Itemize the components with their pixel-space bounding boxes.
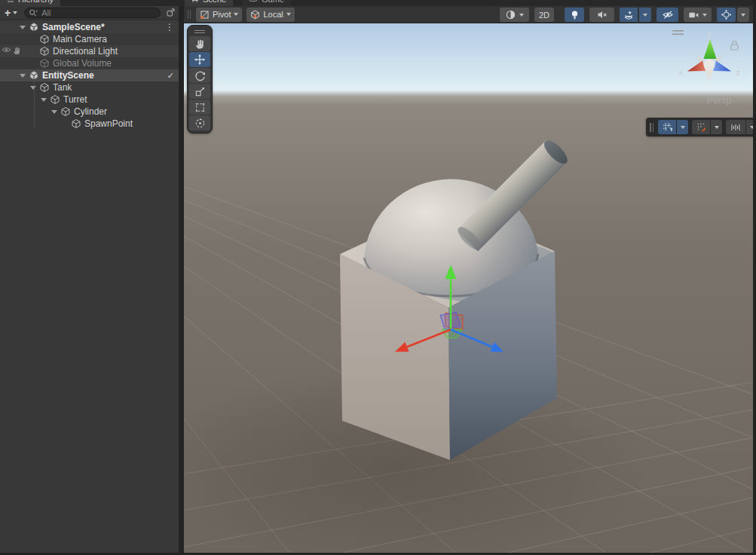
gizmo-center-cube[interactable] bbox=[704, 60, 715, 71]
toolbar-drag-handle[interactable] bbox=[188, 10, 191, 19]
axis-y-cone[interactable] bbox=[704, 39, 717, 59]
persp-arrow-icon: < bbox=[699, 96, 704, 105]
search-popout-button[interactable] bbox=[164, 7, 176, 18]
hierarchy-row-samplescene[interactable]: SampleScene* ⋮ bbox=[0, 21, 179, 33]
view-hand-tool[interactable] bbox=[189, 36, 210, 51]
scene-render bbox=[184, 23, 753, 553]
grid-toolbar-handle[interactable] bbox=[650, 123, 653, 132]
hand-icon bbox=[194, 38, 206, 50]
tab-strip: Hierarchy Scene Game bbox=[0, 0, 756, 6]
game-tab-icon bbox=[249, 0, 258, 2]
scene-options-menu[interactable]: ⋮ bbox=[165, 21, 174, 33]
chevron-down-icon bbox=[741, 14, 745, 17]
chevron-down-icon bbox=[681, 126, 685, 129]
tab-game[interactable]: Game bbox=[242, 0, 291, 6]
hierarchy-row-cylinder[interactable]: Cylinder bbox=[0, 106, 179, 118]
popout-icon bbox=[166, 8, 176, 17]
pivot-label: Pivot bbox=[213, 10, 231, 19]
plus-icon: + bbox=[5, 8, 11, 18]
hierarchy-row-entityscene[interactable]: EntityScene ✓ bbox=[0, 69, 179, 81]
hierarchy-row-spawnpoint[interactable]: SpawnPoint bbox=[0, 118, 179, 130]
chevron-down-icon bbox=[286, 13, 291, 16]
eye-slash-icon bbox=[662, 9, 674, 20]
gizmos-toggle-button[interactable] bbox=[717, 8, 736, 22]
hierarchy-row-global-volume[interactable]: Global Volume bbox=[0, 57, 179, 69]
pivot-icon bbox=[200, 10, 210, 20]
scene-toolbar: Pivot Local bbox=[184, 6, 753, 23]
grid-snap-dropdown[interactable] bbox=[711, 120, 722, 134]
gameobject-cube-icon bbox=[71, 118, 81, 129]
create-object-button[interactable]: + bbox=[2, 8, 20, 18]
grid-visibility-dropdown[interactable] bbox=[677, 120, 688, 134]
axis-x-label: x bbox=[678, 68, 683, 77]
indent-guide-line bbox=[34, 81, 35, 128]
hierarchy-row-turret[interactable]: Turret bbox=[0, 94, 179, 106]
chevron-down-icon bbox=[519, 14, 524, 17]
tab-hierarchy[interactable]: Hierarchy bbox=[0, 0, 60, 6]
tab-scene-label: Scene bbox=[203, 0, 226, 4]
grid-y-icon: Y bbox=[663, 122, 672, 132]
rotate-tool[interactable] bbox=[189, 68, 210, 83]
shading-mode-button[interactable] bbox=[500, 8, 529, 22]
lock-icon[interactable] bbox=[731, 41, 738, 51]
chevron-down-icon bbox=[715, 126, 719, 129]
lightbulb-icon bbox=[570, 10, 580, 20]
expand-arrow-icon[interactable] bbox=[30, 86, 36, 90]
transform-icon bbox=[194, 118, 206, 129]
2d-toggle-button[interactable]: 2D bbox=[534, 8, 554, 22]
transform-tool[interactable] bbox=[189, 115, 210, 130]
tab-hierarchy-label: Hierarchy bbox=[18, 0, 54, 4]
gameobject-cube-icon bbox=[39, 58, 50, 69]
scene-tab-icon bbox=[191, 0, 199, 3]
grid-visibility-button[interactable]: Y bbox=[658, 120, 676, 134]
tools-overlay-handle[interactable] bbox=[189, 27, 210, 35]
hierarchy-row-tank[interactable]: Tank bbox=[0, 81, 179, 94]
scene-camera-menu-button[interactable] bbox=[684, 8, 712, 22]
grid-snap-button[interactable] bbox=[692, 120, 710, 134]
row-label: EntityScene bbox=[42, 70, 94, 81]
hierarchy-search-input[interactable]: All bbox=[24, 8, 161, 18]
rotate-icon bbox=[194, 70, 206, 81]
projection-mode-label[interactable]: <Persp bbox=[678, 95, 753, 106]
expand-arrow-icon[interactable] bbox=[20, 74, 26, 78]
hierarchy-panel: + All bbox=[0, 6, 179, 553]
snap-increment-dropdown[interactable] bbox=[746, 120, 753, 134]
snap-increment-button[interactable] bbox=[726, 120, 745, 134]
local-space-button[interactable]: Local bbox=[246, 8, 294, 22]
expand-arrow-icon[interactable] bbox=[41, 98, 47, 102]
scene-effects-toggle[interactable] bbox=[620, 8, 638, 22]
axis-z-cone[interactable] bbox=[713, 61, 731, 72]
tab-game-label: Game bbox=[262, 0, 284, 4]
expand-arrow-icon[interactable] bbox=[51, 110, 57, 114]
axis-x-cone[interactable] bbox=[687, 61, 705, 72]
scene-visibility-toggle[interactable] bbox=[657, 8, 678, 22]
chevron-down-icon bbox=[702, 14, 707, 17]
hierarchy-row-main-camera[interactable]: Main Camera bbox=[0, 33, 179, 45]
hierarchy-row-directional-light[interactable]: Directional Light bbox=[0, 45, 179, 57]
tab-scene[interactable]: Scene bbox=[185, 0, 233, 6]
hierarchy-tab-icon bbox=[7, 0, 14, 3]
audio-muted-icon bbox=[597, 10, 608, 20]
row-label: Cylinder bbox=[74, 106, 107, 117]
gameobject-cube-icon bbox=[39, 34, 50, 44]
visibility-eye-icon[interactable] bbox=[2, 46, 11, 54]
gizmos-dropdown-button[interactable] bbox=[737, 8, 749, 22]
gameobject-cube-icon bbox=[60, 106, 71, 117]
scale-tool[interactable] bbox=[189, 84, 210, 99]
move-tool[interactable] bbox=[189, 52, 210, 67]
pickability-hand-icon[interactable] bbox=[13, 46, 21, 55]
scene-lighting-toggle[interactable] bbox=[565, 8, 584, 22]
panel-splitter[interactable] bbox=[179, 6, 184, 555]
pivot-mode-button[interactable]: Pivot bbox=[196, 8, 242, 22]
effects-dropdown-button[interactable] bbox=[639, 8, 651, 22]
rect-tool[interactable] bbox=[189, 100, 210, 115]
rect-tool-icon bbox=[194, 102, 206, 113]
scene-3d-viewport[interactable]: y x z <Persp Y bbox=[184, 23, 753, 553]
scene-audio-toggle[interactable] bbox=[589, 8, 614, 22]
row-label: SampleScene* bbox=[42, 22, 105, 32]
expand-arrow-icon[interactable] bbox=[20, 26, 26, 29]
overlay-menu-handle[interactable] bbox=[672, 30, 684, 35]
active-scene-check-icon: ✓ bbox=[167, 69, 174, 81]
axis-neg-y-cone[interactable] bbox=[705, 69, 714, 82]
effects-icon bbox=[623, 10, 634, 20]
